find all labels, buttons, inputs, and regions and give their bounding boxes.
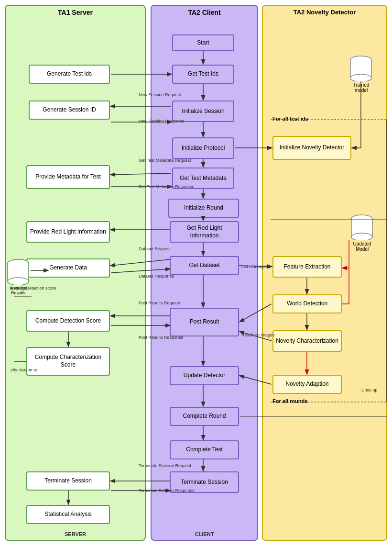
get-test-metadata-request-annotation: Get Test Metadata Request [139, 158, 191, 163]
compute-characterization-box: Compute Characterization Score [26, 347, 110, 376]
terminate-session-request-annotation: Terminate Session Request [139, 463, 191, 469]
provide-metadata-box: Provide Metadata for Test [26, 165, 110, 189]
post-result-box: Post Result [170, 308, 239, 336]
svg-point-9 [350, 74, 371, 81]
ta2-novelty-header: TA2 Novelty Detector [263, 6, 386, 18]
list-of-images-annotation: List of images [241, 264, 268, 269]
compute-detection-box: Compute Detection Score [26, 310, 110, 332]
initialize-protocol-box: Initialize Protocol [172, 137, 234, 159]
ta1-footer: SERVER [6, 531, 145, 537]
terminate-session-ta1-box: Terminate Session [26, 471, 110, 491]
novelty-characterization-score-annotation: elty rization re [11, 368, 37, 373]
updated-model-cylinder: Updated Model [349, 214, 375, 252]
ta2-footer: CLIENT [152, 531, 257, 537]
statistical-analysis-box: Statistical Analysis [26, 505, 110, 524]
novelty-adaption-box: Novelty Adaption [272, 375, 342, 394]
get-test-ids-box: Get Test Ids [172, 65, 234, 84]
ta1-header: TA1 Server [6, 6, 145, 18]
diagram-container: TA1 Server SERVER TA2 Client CLIENT TA2 … [0, 0, 392, 548]
feature-extraction-box: Feature Extraction [272, 256, 342, 278]
get-red-light-box: Get Red Light Information [170, 221, 239, 243]
new-session-request-annotation: New Session Request [139, 92, 181, 98]
trained-model-label: Trained model [348, 82, 374, 93]
dataset-request-annotation: Dataset Request [139, 246, 171, 252]
novelty-characterization-box: Novelty Characterization [272, 330, 342, 352]
for-all-rounds-label: For all rounds [272, 398, 307, 404]
svg-point-14 [351, 233, 372, 240]
svg-point-4 [8, 278, 29, 285]
unsupervised-annotation: Unsu up [361, 388, 378, 393]
initialize-round-box: Initialize Round [168, 199, 239, 218]
world-detection-box: World Detection [272, 294, 342, 313]
generate-session-id-box: Generate Session ID [29, 101, 110, 120]
post-results-request-annotation: Post Results Request [139, 301, 180, 306]
generate-test-ids-box: Generate Test ids [29, 65, 110, 84]
start-box: Start [172, 34, 234, 51]
ta2-header: TA2 Client [152, 6, 257, 18]
for-all-test-ids-label: For all test ids [272, 116, 308, 122]
novelty-detection-score-annotation: Novelty Detection score [11, 286, 56, 291]
updated-model-label: Updated Model [349, 241, 375, 252]
post-results-response-annotation: Post Results Response [139, 335, 184, 340]
update-detector-box: Update Detector [170, 366, 239, 385]
get-test-metadata-response-annotation: Get Test Metadata Response [139, 184, 194, 190]
trained-model-cylinder: Trained model [348, 55, 374, 93]
complete-round-box: Complete Round [170, 407, 239, 426]
initialize-novelty-box: Initialize Novelty Detector [272, 136, 351, 160]
get-dataset-box: Get Dataset [170, 256, 239, 275]
new-session-response-annotation: New Session Response [139, 119, 185, 124]
dataset-response-annotation: Dataset Response [139, 274, 174, 279]
generate-data-box: Generate Data [26, 258, 110, 278]
result-on-images-annotation: Result on images [241, 333, 275, 338]
terminate-session-response-annotation: Terminate Session Response [139, 488, 195, 493]
provide-red-light-box: Provide Red Light Information [26, 221, 110, 243]
complete-test-box: Complete Test [170, 440, 239, 459]
